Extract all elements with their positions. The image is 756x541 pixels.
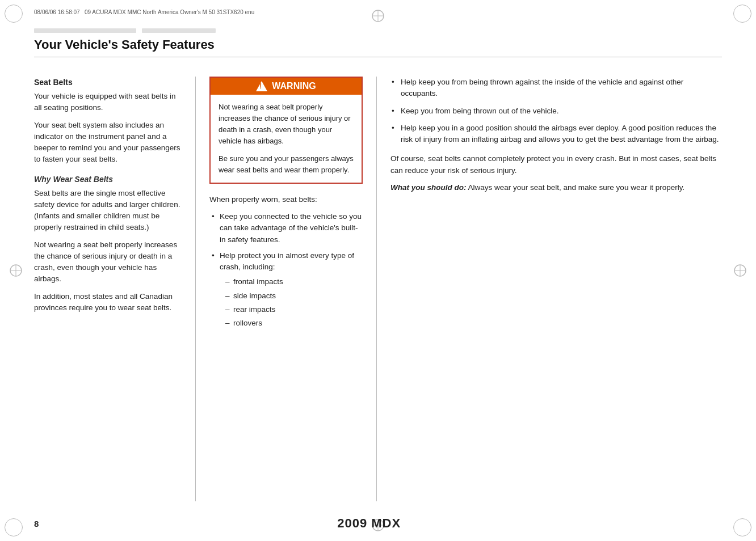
header-section: Your Vehicle's Safety Features (34, 28, 722, 57)
left-para-1: Your vehicle is equipped with seat belts… (34, 91, 182, 114)
bullet-item-2: Help protect you in almost every type of… (209, 250, 363, 329)
seat-belts-title: Seat Belts (34, 77, 182, 88)
left-divider (195, 77, 196, 501)
main-content: Seat Belts Your vehicle is equipped with… (34, 77, 722, 501)
bullet-item-1: Keep you connected to the vehicle so you… (209, 211, 363, 246)
bullet-item-2-text: Help protect you in almost every type of… (220, 251, 354, 271)
left-column: Seat Belts Your vehicle is equipped with… (34, 77, 193, 501)
page-wrapper: 08/06/06 16:58:07 09 ACURA MDX MMC North… (0, 0, 756, 541)
left-para-2: Your seat belt system also includes an i… (34, 120, 182, 166)
header-bar-2 (142, 28, 216, 33)
warning-box: WARNING Not wearing a seat belt properly… (209, 77, 363, 184)
right-bullet-3: Help keep you in a good position should … (390, 122, 722, 146)
left-para-3: Seat belts are the single most effective… (34, 188, 182, 234)
why-wear-subtitle: Why Wear Seat Belts (34, 174, 182, 185)
warning-para-1: Not wearing a seat belt properly increas… (219, 102, 354, 147)
right-bullet-1: Help keep you from being thrown against … (390, 77, 722, 100)
crash-type-rear: rear impacts (225, 304, 363, 315)
reg-mark-top (371, 9, 385, 23)
page-number: 8 (34, 519, 39, 529)
warning-header: WARNING (211, 78, 362, 95)
right-what-should-do: What you should do: Always wear your sea… (390, 182, 722, 193)
crash-type-rollover: rollovers (225, 318, 363, 329)
corner-decoration-br (733, 518, 751, 536)
middle-column: WARNING Not wearing a seat belt properly… (198, 77, 374, 501)
right-column: Help keep you from being thrown against … (379, 77, 722, 501)
corner-decoration-tl (5, 5, 23, 23)
crash-type-side: side impacts (225, 290, 363, 302)
corner-decoration-bl (5, 518, 23, 536)
what-you-should-label: What you should do: (390, 183, 466, 192)
left-para-4: Not wearing a seat belt properly increas… (34, 239, 182, 285)
warning-triangle-icon (256, 81, 267, 91)
header-bar-1 (34, 28, 136, 33)
reg-mark-right (733, 264, 747, 277)
middle-intro: When properly worn, seat belts: (209, 194, 363, 205)
warning-para-2: Be sure you and your passengers always w… (219, 153, 354, 176)
crash-types-list: frontal impacts side impacts rear impact… (225, 276, 363, 329)
page-title: Your Vehicle's Safety Features (34, 37, 722, 57)
top-metadata: 08/06/06 16:58:07 09 ACURA MDX MMC North… (34, 9, 254, 15)
footer: 8 2009 MDX (34, 516, 722, 531)
right-para-2: Always wear your seat belt, and make sur… (468, 183, 685, 192)
crash-type-frontal: frontal impacts (225, 276, 363, 288)
middle-divider (376, 77, 377, 501)
warning-body: Not wearing a seat belt properly increas… (211, 95, 362, 183)
left-para-5: In addition, most states and all Canadia… (34, 291, 182, 314)
middle-bullet-list: Keep you connected to the vehicle so you… (209, 211, 363, 329)
right-bullet-list: Help keep you from being thrown against … (390, 77, 722, 145)
reg-mark-left (9, 264, 23, 277)
right-bullet-2: Keep you from being thrown out of the ve… (390, 105, 722, 117)
corner-decoration-tr (733, 5, 751, 23)
header-bars (34, 28, 722, 33)
warning-label: WARNING (272, 81, 316, 91)
footer-title: 2009 MDX (337, 516, 401, 531)
right-para-1: Of course, seat belts cannot completely … (390, 153, 722, 176)
